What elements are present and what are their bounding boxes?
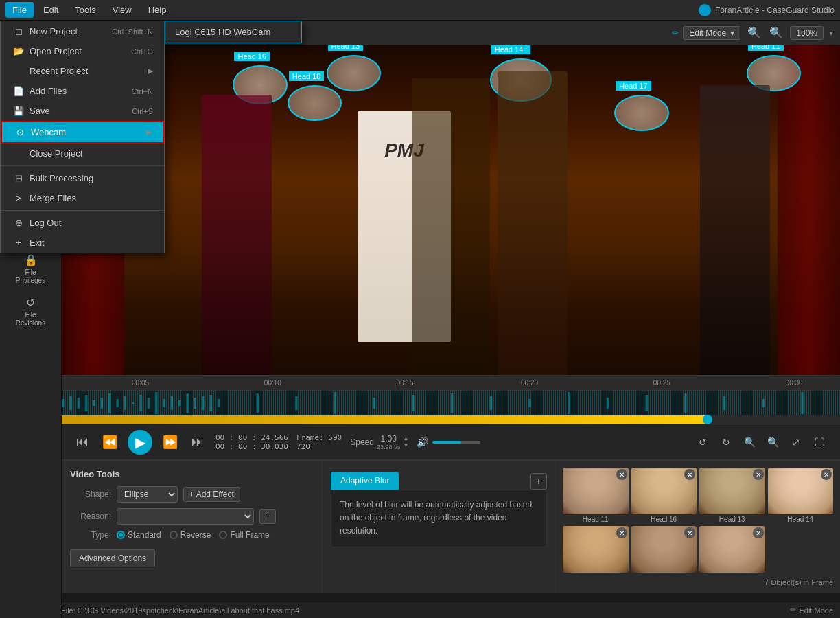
menubar: File Edit Tools View Help ForanArticle -… <box>0 0 840 21</box>
svg-rect-2 <box>78 398 80 409</box>
svg-rect-20 <box>218 399 220 407</box>
volume-icon[interactable]: 🔊 <box>417 437 428 448</box>
adaptive-blur-description: The level of blur will be automatically … <box>331 490 547 547</box>
thumb-extra-1-close[interactable]: ✕ <box>616 527 627 538</box>
frame-info: Frame: 590 720 <box>296 433 342 451</box>
tab-add-button[interactable]: + <box>530 473 547 490</box>
skip-to-end-button[interactable]: ⏭ <box>188 433 207 452</box>
svg-rect-19 <box>209 395 211 411</box>
adaptive-blur-tab[interactable]: Adaptive Blur <box>331 472 399 490</box>
svg-rect-13 <box>163 399 165 407</box>
time-ruler: 00:05 00:10 00:15 00:20 00:25 00:30 <box>62 376 840 391</box>
svg-rect-25 <box>412 395 414 411</box>
head-16-label: Head 16 <box>234 52 270 61</box>
head-14-label: Head 14 : <box>491 45 531 54</box>
thumb-14-close[interactable]: ✕ <box>821 469 832 480</box>
open-project-icon: 📂 <box>12 46 25 56</box>
thumb-extra-3-close[interactable]: ✕ <box>753 527 764 538</box>
menu-tools[interactable]: Tools <box>68 2 102 18</box>
zoom-in-button[interactable]: 🔍 <box>768 25 784 41</box>
menu-recent-project[interactable]: Recent Project ▶ <box>1 61 164 81</box>
shape-select[interactable]: Ellipse Rectangle <box>117 486 178 503</box>
zoom-out-video-button[interactable]: 🔍 <box>763 433 782 452</box>
speed-up-icon[interactable]: ▲ <box>403 435 408 442</box>
play-button[interactable]: ▶ <box>128 430 152 455</box>
volume-slider[interactable] <box>432 441 480 444</box>
svg-rect-34 <box>762 399 765 407</box>
head-17-blur: Head 17 <box>614 95 668 131</box>
mode-selector[interactable]: Edit Mode ▾ <box>683 26 740 40</box>
curtain-right <box>778 45 840 375</box>
add-effect-button[interactable]: + Add Effect <box>183 487 240 502</box>
menu-help[interactable]: Help <box>141 2 174 18</box>
sidebar-item-file-revisions[interactable]: ↺ FileRevisions <box>3 292 58 332</box>
menu-merge-files[interactable]: >Merge Files <box>1 188 164 208</box>
svg-rect-8 <box>124 396 126 410</box>
menu-bulk-processing[interactable]: ⊞Bulk Processing <box>1 168 164 188</box>
right-controls: ↺ ↻ 🔍 🔍 ⤢ ⛶ <box>693 433 829 452</box>
type-standard[interactable]: Standard <box>117 530 161 540</box>
speed-arrows[interactable]: ▲ ▼ <box>403 435 408 448</box>
thumb-extra-3: ✕ <box>699 526 765 574</box>
fps-label: 23.98 f/s <box>377 444 401 450</box>
reverse-radio-dot[interactable] <box>170 531 178 539</box>
fullscreen-button[interactable]: ⛶ <box>810 433 829 452</box>
video-tools-left: Video Tools Shape: Ellipse Rectangle + A… <box>62 461 323 593</box>
speed-down-icon[interactable]: ▼ <box>403 442 408 448</box>
thumb-11-close[interactable]: ✕ <box>616 469 627 480</box>
person-3 <box>498 71 568 375</box>
thumb-extra-2-close[interactable]: ✕ <box>684 527 695 538</box>
thumb-head-11: ✕ Head 11 <box>563 468 629 523</box>
svg-rect-21 <box>257 393 259 413</box>
fit-button[interactable]: ⤢ <box>786 433 806 452</box>
reason-select[interactable] <box>117 508 254 525</box>
skip-to-start-button[interactable]: ⏮ <box>73 433 92 452</box>
reason-add-button[interactable]: + <box>259 509 276 524</box>
sidebar-label-file-privileges: FilePrivileges <box>16 268 45 285</box>
waveform[interactable] <box>62 391 840 415</box>
rotate-right-button[interactable]: ↻ <box>716 433 736 452</box>
type-full-frame[interactable]: Full Frame <box>219 530 269 540</box>
type-reverse[interactable]: Reverse <box>170 530 211 540</box>
time-mark-2: 00:10 <box>264 379 281 387</box>
thumb-head-13: ✕ Head 13 <box>699 468 765 523</box>
webcam-icon: ⊙ <box>13 127 27 137</box>
full-frame-radio-dot[interactable] <box>219 531 227 539</box>
menu-close-project[interactable]: Close Project <box>1 144 164 163</box>
logout-icon: ⊕ <box>12 218 25 228</box>
zoom-level[interactable]: 100% <box>790 26 824 40</box>
menu-open-project[interactable]: 📂Open Project Ctrl+O <box>1 41 164 61</box>
thumb-extra-2: ✕ <box>631 526 697 574</box>
menu-separator-2 <box>1 210 164 211</box>
svg-rect-17 <box>194 398 196 409</box>
thumb-head-16: ✕ Head 16 <box>631 468 697 523</box>
standard-radio-dot[interactable] <box>117 531 125 539</box>
progress-bar[interactable] <box>62 415 840 424</box>
frame-total: 720 <box>296 442 342 451</box>
sidebar-item-file-privileges[interactable]: 🔒 FilePrivileges <box>3 249 58 289</box>
webcam-device-item[interactable]: Logi C615 HD WebCam <box>165 21 301 43</box>
rotate-left-button[interactable]: ↺ <box>693 433 712 452</box>
menu-logout[interactable]: ⊕Log Out <box>1 213 164 233</box>
thumb-13-close[interactable]: ✕ <box>753 469 764 480</box>
zoom-out-button[interactable]: 🔍 <box>746 25 762 41</box>
advanced-options-button[interactable]: Advanced Options <box>70 549 155 567</box>
menu-file[interactable]: File <box>5 2 34 18</box>
menu-view[interactable]: View <box>106 2 139 18</box>
edit-mode-icon: ✏ <box>790 606 796 615</box>
progress-thumb[interactable] <box>703 415 712 424</box>
zoom-in-video-button[interactable]: 🔍 <box>740 433 759 452</box>
menu-save[interactable]: 💾Save Ctrl+S <box>1 101 164 121</box>
menu-edit[interactable]: Edit <box>36 2 65 18</box>
menu-add-files[interactable]: 📄Add Files Ctrl+N <box>1 81 164 101</box>
menu-new-project[interactable]: ◻New Project Ctrl+Shift+N <box>1 21 164 41</box>
thumb-16-close[interactable]: ✕ <box>684 469 695 480</box>
thumbnail-row-2: ✕ ✕ ✕ <box>563 526 833 574</box>
video-tools-title: Video Tools <box>70 469 314 479</box>
prev-frame-button[interactable]: ⏪ <box>100 433 119 452</box>
video-tools-panel: ✕ Video Tools Shape: Ellipse Rectangle +… <box>62 459 840 593</box>
menu-exit[interactable]: +Exit <box>1 233 164 253</box>
next-frame-button[interactable]: ⏩ <box>161 433 180 452</box>
head-10-label: Head 10 <box>289 71 325 81</box>
menu-webcam[interactable]: ⊙Webcam ▶ <box>1 121 164 144</box>
